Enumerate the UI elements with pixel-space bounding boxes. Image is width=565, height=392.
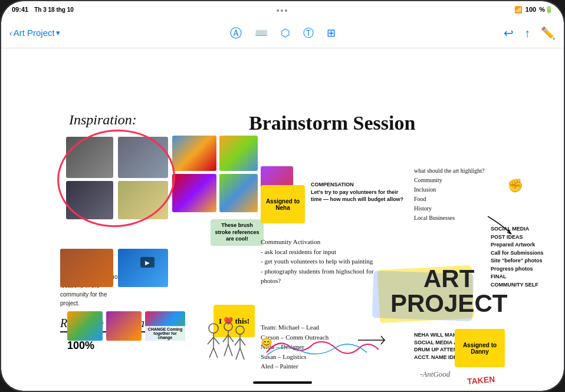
battery-text: 100 <box>525 6 536 13</box>
toolbar-right: ↩ ↑ ✏️ <box>419 27 556 39</box>
svg-line-5 <box>213 348 218 358</box>
drag-handle: ••• <box>277 6 289 15</box>
svg-line-14 <box>235 338 240 345</box>
back-button[interactable]: ‹ Art Project ▾ <box>9 28 60 38</box>
people-sketch <box>202 319 249 367</box>
photo-1 <box>66 137 113 178</box>
wifi-icon: 📶 <box>514 6 523 14</box>
photo-3 <box>66 181 113 219</box>
media-icon[interactable]: ⊞ <box>327 28 336 38</box>
share-icon[interactable]: ↑ <box>524 27 530 39</box>
change-text: CHANGE Coming together for change <box>145 326 185 341</box>
svg-point-0 <box>209 324 218 333</box>
toolbar-left: ‹ Art Project ▾ <box>9 28 146 38</box>
canvas[interactable]: Brainstorm Session Inspiration: These br… <box>1 48 564 391</box>
community-text: Community Activation - ask local residen… <box>261 237 379 286</box>
brainstorm-title: Brainstorm Session <box>249 112 415 134</box>
svg-point-12 <box>236 326 244 334</box>
zoom-percentage[interactable]: 100% <box>67 340 94 352</box>
svg-line-2 <box>208 337 213 344</box>
screen: ••• 09:41 Th 3 18 thg 10 📶 100 %🔋 ‹ Art … <box>1 1 564 391</box>
status-left: 09:41 Th 3 18 thg 10 <box>12 6 74 13</box>
thumb-1 <box>67 311 103 341</box>
sticky-danny: Assigned to Danny <box>455 329 505 367</box>
taken-text: TAKEN <box>467 374 495 386</box>
back-chevron: ‹ <box>9 28 12 38</box>
svg-line-11 <box>228 344 232 356</box>
svg-line-15 <box>240 338 245 345</box>
photo-colorful-1 <box>172 136 216 171</box>
photo-2 <box>118 137 168 178</box>
svg-line-8 <box>223 335 228 342</box>
keyboard-icon[interactable]: ⌨️ <box>255 28 268 38</box>
photo-colorful-4 <box>219 174 258 212</box>
photo-4 <box>118 181 168 219</box>
svg-line-10 <box>224 344 228 356</box>
edit-icon[interactable]: ✏️ <box>541 27 556 39</box>
battery-icon: %🔋 <box>539 6 553 14</box>
svg-line-3 <box>213 337 219 344</box>
back-label: Art Project <box>14 28 55 38</box>
play-video[interactable]: ▶ <box>140 257 155 268</box>
bottom-squiggles <box>261 335 379 358</box>
inspiration-label: Inspiration: <box>69 112 137 128</box>
fist-icon: ✊ <box>507 178 523 193</box>
photo-colorful-2 <box>219 136 258 171</box>
svg-line-16 <box>236 348 240 360</box>
date: Th 3 18 thg 10 <box>34 6 74 13</box>
thumb-3: CHANGE Coming together for change <box>145 311 185 341</box>
svg-line-17 <box>240 348 244 360</box>
thumb-2 <box>106 311 142 341</box>
toolbar-center: Ⓐ ⌨️ ⬡ Ⓣ ⊞ <box>146 27 419 39</box>
photo-colorful-3 <box>172 174 216 212</box>
photo-mid-1 <box>60 249 113 287</box>
svg-line-9 <box>228 335 234 342</box>
home-indicator <box>253 381 312 384</box>
svg-line-4 <box>209 348 213 358</box>
time: 09:41 <box>12 6 28 13</box>
art-project-title: ARTPROJECT <box>390 266 507 316</box>
brush-stroke-note: These brush stroke references are cool! <box>211 219 264 246</box>
chevron-down-icon: ▾ <box>56 28 60 37</box>
photo-mid-2 <box>118 249 168 287</box>
shapes-icon[interactable]: ⬡ <box>281 28 290 38</box>
ipad-device: ••• 09:41 Th 3 18 thg 10 📶 100 %🔋 ‹ Art … <box>0 0 565 392</box>
compensation-text: COMPENSATION Let's try to pay volunteers… <box>311 181 405 203</box>
undo-icon[interactable]: ↩ <box>504 27 514 39</box>
signature: -AntGood <box>420 370 450 379</box>
svg-point-6 <box>224 322 232 331</box>
annotate-icon[interactable]: Ⓐ <box>230 27 242 39</box>
sticky-neha: Assigned to Neha <box>261 185 305 223</box>
text-icon[interactable]: Ⓣ <box>303 28 314 38</box>
toolbar: ‹ Art Project ▾ Ⓐ ⌨️ ⬡ Ⓣ ⊞ ↩ ↑ ✏️ <box>1 18 564 48</box>
art-highlight-text: what should the art highlight? Community… <box>414 166 484 223</box>
status-right: 📶 100 %🔋 <box>514 6 553 14</box>
